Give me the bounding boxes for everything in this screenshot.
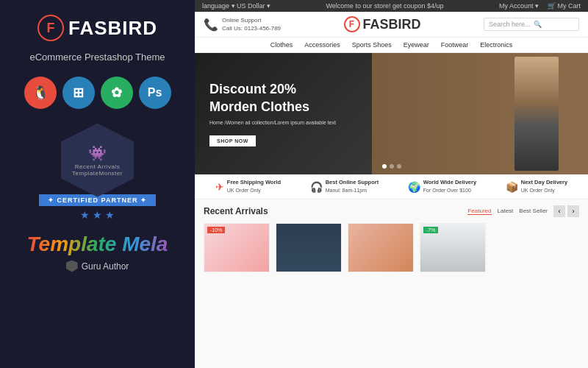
filter-tabs: Featured Latest Best Seller ‹ ›: [467, 205, 579, 217]
feature-support-desc: Manul: 8am-11pm: [326, 187, 379, 194]
topbar-right: My Account ▾ 🛒 My Cart: [499, 2, 581, 10]
support-icon: 🎧: [310, 181, 323, 193]
logo-area: F FASBIRD: [37, 15, 157, 41]
right-panel: language ▾ US Dollar ▾ Welcome to our st…: [195, 0, 588, 368]
guru-author: Guru Author: [66, 261, 129, 272]
feature-nextday-desc: UK Order Only: [521, 187, 567, 194]
store-logo-text: FASBIRD: [363, 17, 421, 32]
nav-accessories[interactable]: Accessories: [304, 41, 340, 49]
top-bar: language ▾ US Dollar ▾ Welcome to our st…: [195, 0, 588, 12]
my-cart-link[interactable]: 🛒 My Cart: [548, 2, 581, 10]
product-img-sweater: [276, 224, 341, 272]
theme-description: eCommerce Prestashop Theme: [29, 50, 165, 65]
my-account-link[interactable]: My Account ▾: [499, 2, 539, 10]
hero-subtitle: Home /Women ail collection/Lorem ipsum a…: [209, 120, 336, 125]
features-bar: ✈ Free Shipping World UK Order Only 🎧 Be…: [195, 174, 588, 199]
topbar-lang[interactable]: language ▾ US Dollar ▾: [202, 2, 270, 10]
hero-image: [372, 53, 588, 174]
support-phone: Call Us: 0123-456-789: [222, 24, 281, 32]
support-area: 📞 Online Support Call Us: 0123-456-789: [204, 16, 281, 32]
product-card-shirt[interactable]: -7%: [420, 223, 486, 272]
star-2: ★: [93, 209, 102, 221]
tm-brand-text: TemplateMonster: [72, 170, 123, 177]
product-img-scarf: [348, 224, 413, 272]
nextday-icon: 📦: [506, 181, 518, 193]
tech-icons-row: 🐧 ⊞ ✿ Ps: [24, 77, 171, 109]
filter-arrows: ‹ ›: [553, 205, 579, 217]
nav-clothes[interactable]: Clothes: [270, 41, 293, 49]
star-1: ★: [80, 209, 90, 221]
filter-bestseller[interactable]: Best Seller: [519, 208, 548, 214]
hero-title: Discount 20%Morden Clothes: [209, 81, 336, 116]
store-header: 📞 Online Support Call Us: 0123-456-789 F…: [195, 12, 588, 38]
nav-eyewear[interactable]: Eyewear: [404, 41, 429, 49]
section-title: Recent Arrivals: [204, 206, 268, 216]
dot-1[interactable]: [382, 164, 387, 169]
headset-icon: 📞: [204, 18, 218, 32]
arrow-prev[interactable]: ‹: [553, 205, 565, 217]
product-badge-4: -7%: [423, 227, 438, 233]
product-card-bag[interactable]: -10%: [204, 223, 270, 272]
hero-content: Discount 20%Morden Clothes Home /Women a…: [195, 66, 351, 161]
section-header: Recent Arrivals Featured Latest Best Sel…: [204, 205, 579, 217]
logo-text: FASBIRD: [68, 17, 157, 40]
feature-worldwide-title: World Wide Delivery: [423, 179, 476, 187]
feature-shipping-desc: UK Order Only: [227, 187, 281, 194]
guru-shield-icon: [66, 261, 78, 272]
js-icon: ✿: [101, 77, 133, 109]
hero-section: Discount 20%Morden Clothes Home /Women a…: [195, 53, 588, 174]
dot-2[interactable]: [390, 164, 394, 169]
search-icon[interactable]: 🔍: [534, 21, 542, 28]
store-nav: Clothes Accessories Sports Shoes Eyewear…: [195, 38, 588, 53]
shop-now-button[interactable]: SHOP NOW: [209, 135, 256, 146]
product-card-sweater[interactable]: [276, 223, 342, 272]
guru-author-label: Guru Author: [82, 261, 129, 272]
star-3: ★: [105, 209, 115, 221]
recent-arrivals-section: Recent Arrivals Featured Latest Best Sel…: [195, 199, 588, 368]
joomla-icon: 🐧: [24, 77, 57, 109]
arrow-next[interactable]: ›: [567, 205, 579, 217]
nav-electronics[interactable]: Electronics: [480, 41, 512, 49]
feature-shipping: ✈ Free Shipping World UK Order Only: [215, 179, 281, 194]
nav-sports-shoes[interactable]: Sports Shoes: [352, 41, 392, 49]
hexagon-shape: 👾 Recent Arrivals TemplateMonster: [57, 124, 138, 197]
worldwide-icon: 🌍: [408, 181, 420, 193]
support-text: Online Support Call Us: 0123-456-789: [222, 16, 281, 32]
shipping-icon: ✈: [215, 181, 224, 193]
topbar-promo: Welcome to our store! get coupon $4/up: [326, 2, 444, 10]
tm-text: Recent Arrivals: [75, 163, 120, 170]
template-mela-logo: Template Mela: [27, 233, 168, 256]
ps-icon: Ps: [139, 77, 171, 109]
feature-support-title: Best Online Support: [326, 179, 379, 187]
product-badge-1: -10%: [207, 227, 225, 233]
feature-shipping-title: Free Shipping World: [227, 179, 281, 187]
store-logo: F FASBIRD: [344, 16, 421, 32]
hero-dots: [382, 164, 401, 169]
store-logo-icon: F: [344, 16, 360, 32]
filter-featured[interactable]: Featured: [467, 208, 491, 215]
feature-worldwide-desc: For Order Over $100: [423, 187, 476, 194]
feature-nextday-title: Next Day Delivery: [521, 179, 567, 187]
product-card-scarf[interactable]: [348, 223, 414, 272]
filter-latest[interactable]: Latest: [498, 208, 514, 214]
hero-model-figure: [514, 57, 559, 171]
responsive-icon: ⊞: [62, 77, 95, 109]
support-title: Online Support: [222, 16, 281, 24]
products-row: -10% -7%: [204, 223, 579, 272]
nav-footwear[interactable]: Footwear: [441, 41, 469, 49]
left-panel: F FASBIRD eCommerce Prestashop Theme 🐧 ⊞…: [0, 0, 195, 368]
feature-nextday: 📦 Next Day Delivery UK Order Only: [506, 179, 567, 194]
feature-support: 🎧 Best Online Support Manul: 8am-11pm: [310, 179, 379, 194]
certified-badge: 👾 Recent Arrivals TemplateMonster ✦ cert…: [39, 124, 156, 221]
dot-3[interactable]: [397, 164, 401, 169]
logo-icon: F: [37, 15, 64, 41]
search-placeholder: Search here...: [489, 21, 531, 28]
tm-monster-icon: 👾: [88, 144, 107, 162]
feature-worldwide: 🌍 World Wide Delivery For Order Over $10…: [408, 179, 476, 194]
search-box[interactable]: Search here... 🔍: [484, 18, 579, 31]
stars-row: ★ ★ ★: [80, 209, 115, 221]
